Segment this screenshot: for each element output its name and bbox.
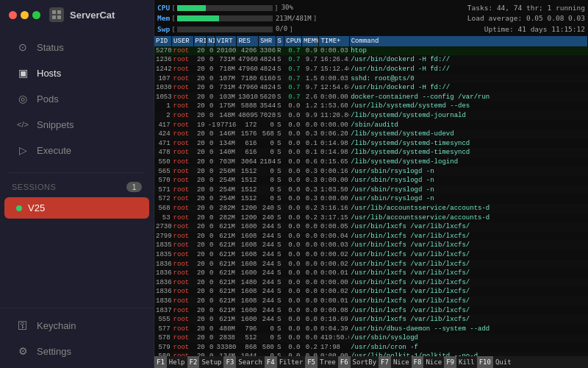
svg-rect-2 bbox=[52, 15, 56, 19]
fkey-num: F6 bbox=[338, 356, 351, 368]
col-pid: PID bbox=[154, 36, 172, 46]
table-row: 18359 root 20 0 621M 1608 244 S 0.0 0.0 … bbox=[154, 250, 588, 260]
table-row: 27301 root 20 0 621M 1600 244 S 0.0 0.0 … bbox=[154, 222, 588, 232]
footer-key[interactable]: F6SortBy bbox=[338, 356, 379, 368]
title-bar: ServerCat bbox=[0, 0, 154, 29]
table-row: 555 root 20 0 621M 1600 244 S 0.0 0.0 0:… bbox=[154, 315, 588, 325]
htop-footer: F1HelpF2SetupF3SearchF4FilterF5TreeF6Sor… bbox=[154, 356, 588, 368]
fkey-label: Setup bbox=[199, 356, 223, 368]
table-row: 471 root 20 0 134M 616 0 S 0.0 0.1 0:14.… bbox=[154, 139, 588, 149]
traffic-lights bbox=[9, 11, 40, 19]
sidebar-item-status[interactable]: ⊙ Status bbox=[4, 35, 149, 60]
col-s: S bbox=[276, 36, 284, 46]
process-table-container: PID USER PRI NI VIRT RES SHR S CPU% MEM%… bbox=[154, 36, 588, 356]
terminal-panel[interactable]: CPU[]30% Mem[213M/481M] Swp[0/0] Tasks: … bbox=[154, 0, 588, 368]
fkey-num: F8 bbox=[412, 356, 424, 368]
footer-key[interactable]: F3Search bbox=[223, 356, 264, 368]
fkey-label: Tree bbox=[318, 356, 338, 368]
process-table-body: 5270 root 20 0 20100 4206 3306 R 0.7 0.9… bbox=[154, 46, 588, 356]
footer-key[interactable]: F9Kill bbox=[444, 356, 477, 368]
close-button[interactable] bbox=[9, 11, 17, 19]
col-cpu: CPU% bbox=[284, 36, 302, 46]
col-user: USER bbox=[172, 36, 193, 46]
mem-usage: 213M/481M bbox=[276, 14, 312, 24]
app-logo bbox=[49, 7, 64, 22]
swp-label: Swp bbox=[157, 24, 170, 35]
table-row: 2 root 20 0 148M 48095 7028 S 0.0 9.9 11… bbox=[154, 111, 588, 121]
minimize-button[interactable] bbox=[21, 11, 29, 19]
table-row: 1053 root 20 0 103M 13010 5620 S 0.7 2.6… bbox=[154, 93, 588, 102]
fkey-num: F1 bbox=[154, 356, 167, 368]
table-row: 424 root 20 0 146M 1576 568 S 0.0 0.3 0:… bbox=[154, 130, 588, 139]
table-row: 572 root 20 0 254M 1512 0 S 0.0 0.3 0:00… bbox=[154, 194, 588, 204]
sessions-badge: 1 bbox=[126, 182, 142, 192]
fkey-label: SortBy bbox=[351, 356, 379, 368]
fkey-label: Search bbox=[236, 356, 265, 368]
table-row: 27991 root 20 0 621M 1608 244 S 0.0 0.0 … bbox=[154, 232, 588, 241]
sidebar-item-label: Snippets bbox=[37, 119, 74, 130]
col-time: TIME+ bbox=[319, 36, 349, 46]
footer-key[interactable]: F7Nice bbox=[379, 356, 412, 368]
svg-rect-1 bbox=[57, 10, 61, 14]
table-row: 107 root 20 0 107M 7180 6160 S 0.7 1.5 0… bbox=[154, 74, 588, 84]
sidebar-item-settings[interactable]: ⚙ Settings bbox=[4, 339, 149, 364]
col-pri: PRI bbox=[193, 36, 207, 46]
fkey-num: F10 bbox=[477, 356, 493, 368]
sidebar-bottom: ⚿ Keychain ⚙ Settings bbox=[0, 308, 154, 368]
col-shr: SHR bbox=[258, 36, 276, 46]
col-virt: VIRT bbox=[215, 36, 237, 46]
sidebar-item-hosts[interactable]: ▣ Hosts bbox=[4, 60, 149, 85]
col-res: RES bbox=[237, 36, 258, 46]
table-row: 568 root 20 0 282M 1200 240 S 0.0 0.2 3:… bbox=[154, 204, 588, 213]
footer-key[interactable]: F4Filter bbox=[265, 356, 305, 368]
table-row: 18367 root 20 0 621M 1480 244 S 0.0 0.0 … bbox=[154, 278, 588, 288]
process-table: PID USER PRI NI VIRT RES SHR S CPU% MEM%… bbox=[154, 36, 588, 356]
table-row: 579 root 20 0 33380 868 580 S 0.0 0.2 17… bbox=[154, 343, 588, 353]
table-row: 577 root 20 0 480M 796 0 S 0.0 0.0 0:04.… bbox=[154, 325, 588, 334]
table-row: 550 root 20 0 703M 3064 2184 S 0.0 0.6 0… bbox=[154, 158, 588, 167]
sidebar-item-label: Status bbox=[37, 42, 64, 53]
col-mem: MEM% bbox=[301, 36, 319, 46]
table-row: 478 root 20 0 140M 616 0 S 0.0 0.1 0:14.… bbox=[154, 148, 588, 158]
mem-bar bbox=[177, 15, 273, 21]
sidebar-item-execute[interactable]: ▷ Execute bbox=[4, 138, 149, 163]
table-row: 1 root 20 0 175M 5888 3544 S 0.0 1.2 1:5… bbox=[154, 102, 588, 111]
status-icon: ⊙ bbox=[16, 40, 29, 54]
footer-key[interactable]: F8Nice bbox=[412, 356, 445, 368]
footer-key[interactable]: F2Setup bbox=[187, 356, 224, 368]
table-row: 417 root 19 -1 97716 172 0 S 0.0 0.0 0:0… bbox=[154, 121, 588, 130]
table-row: 18369 root 20 0 621M 1608 244 S 0.0 0.0 … bbox=[154, 297, 588, 306]
footer-key[interactable]: F10Quit bbox=[477, 356, 514, 368]
fkey-num: F3 bbox=[223, 356, 236, 368]
swp-bar bbox=[177, 26, 273, 32]
sidebar-item-label: Keychain bbox=[37, 320, 76, 331]
table-row: 18365 root 20 0 621M 1600 244 S 0.0 0.0 … bbox=[154, 269, 588, 278]
table-row: 1242 root 20 0 718M 47960 4824 S 0.7 9.7… bbox=[154, 65, 588, 74]
maximize-button[interactable] bbox=[32, 11, 40, 19]
fkey-num: F9 bbox=[444, 356, 456, 368]
sidebar-item-keychain[interactable]: ⚿ Keychain bbox=[4, 313, 149, 338]
table-row: 565 root 20 0 256M 1512 0 S 0.0 0.3 0:00… bbox=[154, 167, 588, 177]
footer-key[interactable]: F5Tree bbox=[305, 356, 338, 368]
svg-rect-3 bbox=[57, 15, 61, 19]
sidebar-item-label: Execute bbox=[37, 145, 71, 156]
nav-section: ⊙ Status ▣ Hosts ◎ Pods </> Snippets ▷ E… bbox=[0, 29, 154, 168]
cpu-stats: CPU[]30% Mem[213M/481M] Swp[0/0] bbox=[157, 3, 371, 35]
tasks-stat: Tasks: 44, 74 thr; 1 running bbox=[371, 3, 585, 13]
table-row: 571 root 20 0 254M 1512 0 S 0.0 0.3 1:03… bbox=[154, 185, 588, 195]
sidebar-item-snippets[interactable]: </> Snippets bbox=[4, 112, 149, 137]
fkey-label: Kill bbox=[456, 356, 477, 368]
system-stats: Tasks: 44, 74 thr; 1 running Load averag… bbox=[371, 3, 585, 35]
table-row: 1030 root 20 0 731M 47960 4824 S 0.7 9.7… bbox=[154, 83, 588, 93]
col-ni: NI bbox=[207, 36, 215, 46]
footer-key[interactable]: F1Help bbox=[154, 356, 187, 368]
sidebar: ServerCat ⊙ Status ▣ Hosts ◎ Pods </> Sn… bbox=[0, 0, 154, 368]
cpu-bar bbox=[177, 5, 273, 11]
sessions-header: Sessions 1 bbox=[0, 177, 154, 197]
table-row: 1236 root 20 0 731M 47960 4824 S 0.7 9.7… bbox=[154, 55, 588, 65]
sidebar-item-pods[interactable]: ◎ Pods bbox=[4, 86, 149, 111]
sidebar-item-label: Pods bbox=[37, 93, 59, 105]
session-item[interactable]: V25 bbox=[4, 197, 149, 219]
app-title: ServerCat bbox=[70, 10, 115, 21]
load-avg-stat: Load average: 0.05 0.08 0.03 bbox=[371, 13, 585, 24]
